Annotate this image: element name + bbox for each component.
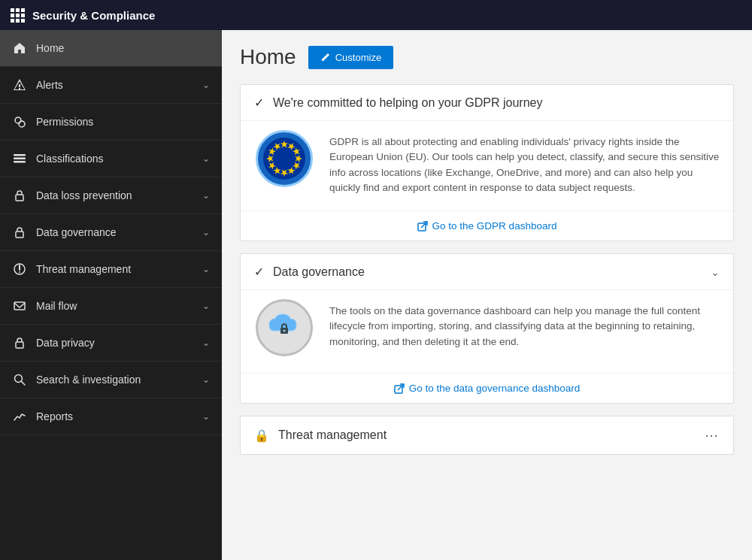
sidebar-item-threat-management[interactable]: Threat management ⌄	[0, 251, 222, 288]
sidebar-item-reports[interactable]: Reports ⌄	[0, 398, 222, 435]
more-options-icon[interactable]: ⋯	[705, 427, 720, 443]
main-layout: ‹ Home Alerts ⌄	[0, 30, 752, 560]
gdpr-dashboard-link[interactable]: Go to the GDPR dashboard	[241, 210, 733, 241]
svg-rect-12	[16, 342, 23, 348]
threat-management-card-header[interactable]: 🔒 Threat management ⋯	[241, 416, 733, 454]
chevron-down-icon: ⌄	[202, 190, 210, 201]
data-governance-dashboard-link[interactable]: Go to the data governance dashboard	[241, 373, 733, 403]
svg-line-14	[22, 382, 26, 386]
sidebar-item-mail-flow[interactable]: Mail flow ⌄	[0, 288, 222, 325]
check-icon: ✓	[254, 95, 264, 110]
chevron-down-icon: ⌄	[711, 266, 720, 278]
svg-rect-11	[14, 302, 25, 310]
sidebar-item-label: Classifications	[36, 153, 193, 165]
sidebar-item-label: Data privacy	[36, 337, 193, 349]
data-governance-card-header[interactable]: ✓ Data governance ⌄	[241, 254, 733, 289]
data-governance-icon	[12, 225, 27, 240]
svg-line-29	[421, 222, 427, 228]
gdpr-icon-area	[254, 129, 314, 189]
classifications-icon	[12, 151, 27, 166]
svg-point-3	[19, 121, 25, 127]
sidebar-item-alerts[interactable]: Alerts ⌄	[0, 67, 222, 104]
data-governance-card-text: The tools on the data governance dashboa…	[329, 298, 720, 350]
sidebar-item-label: Data loss prevention	[36, 189, 193, 201]
data-governance-icon	[256, 299, 313, 356]
svg-rect-6	[14, 161, 26, 163]
gdpr-link-text: Go to the GDPR dashboard	[432, 220, 557, 232]
sidebar: ‹ Home Alerts ⌄	[0, 30, 222, 560]
sidebar-item-label: Reports	[36, 410, 193, 422]
lock-icon: 🔒	[254, 428, 269, 443]
page-title: Home	[240, 45, 296, 69]
app-title: Security & Compliance	[32, 9, 155, 22]
mail-icon	[12, 298, 27, 313]
svg-rect-1	[19, 88, 20, 89]
sidebar-item-data-governance[interactable]: Data governance ⌄	[0, 214, 222, 251]
check-icon: ✓	[254, 265, 264, 279]
svg-rect-4	[14, 154, 26, 156]
content-area: Home Customize ✓ We're committed to help…	[222, 30, 752, 560]
sidebar-item-search-investigation[interactable]: Search & investigation ⌄	[0, 362, 222, 398]
data-governance-card: ✓ Data governance ⌄	[240, 253, 734, 404]
data-privacy-icon	[12, 335, 27, 350]
top-bar: Security & Compliance	[0, 0, 752, 30]
data-governance-card-title: Data governance	[273, 265, 702, 279]
sidebar-item-label: Home	[36, 42, 210, 54]
svg-rect-0	[19, 84, 20, 87]
sidebar-item-label: Mail flow	[36, 300, 193, 312]
svg-point-10	[19, 271, 20, 273]
chevron-down-icon: ⌄	[202, 264, 210, 274]
link-icon	[417, 221, 428, 232]
link-icon	[394, 383, 405, 394]
svg-line-36	[398, 384, 404, 390]
svg-rect-8	[16, 232, 23, 238]
page-header: Home Customize	[240, 45, 734, 69]
chevron-down-icon: ⌄	[202, 411, 210, 422]
svg-point-2	[15, 117, 21, 123]
reports-icon	[12, 409, 27, 424]
gdpr-card-text: GDPR is all about protecting and enablin…	[329, 129, 720, 195]
sidebar-item-label: Permissions	[36, 116, 210, 128]
svg-rect-7	[16, 195, 23, 201]
edit-icon	[320, 52, 331, 62]
chevron-down-icon: ⌄	[202, 153, 210, 164]
gdpr-card-body: GDPR is all about protecting and enablin…	[241, 120, 733, 210]
svg-rect-5	[14, 158, 26, 160]
app-grid-icon[interactable]	[11, 8, 25, 23]
sidebar-item-label: Alerts	[36, 79, 193, 91]
chevron-down-icon: ⌄	[202, 338, 210, 348]
data-governance-card-body: The tools on the data governance dashboa…	[241, 289, 733, 373]
customize-button[interactable]: Customize	[308, 46, 393, 69]
gdpr-card-title: We're committed to helping on your GDPR …	[273, 96, 720, 110]
alert-icon	[12, 77, 27, 92]
chevron-down-icon: ⌄	[202, 301, 210, 311]
sidebar-item-permissions[interactable]: Permissions	[0, 104, 222, 141]
sidebar-item-label: Data governance	[36, 226, 193, 238]
chevron-down-icon: ⌄	[202, 374, 210, 385]
sidebar-item-label: Threat management	[36, 263, 193, 275]
data-governance-icon-area	[254, 298, 314, 358]
lock-icon	[12, 188, 27, 203]
threat-management-card: 🔒 Threat management ⋯	[240, 416, 734, 455]
gdpr-card: ✓ We're committed to helping on your GDP…	[240, 84, 734, 241]
chevron-down-icon: ⌄	[202, 80, 210, 90]
sidebar-item-label: Search & investigation	[36, 374, 193, 386]
sidebar-item-data-loss-prevention[interactable]: Data loss prevention ⌄	[0, 177, 222, 214]
sidebar-item-data-privacy[interactable]: Data privacy ⌄	[0, 325, 222, 362]
data-governance-link-text: Go to the data governance dashboard	[409, 383, 580, 394]
sidebar-item-classifications[interactable]: Classifications ⌄	[0, 141, 222, 177]
search-icon	[12, 372, 27, 387]
gdpr-eu-icon	[256, 130, 313, 187]
svg-point-34	[284, 330, 286, 332]
home-icon	[12, 41, 27, 56]
gdpr-card-header[interactable]: ✓ We're committed to helping on your GDP…	[241, 85, 733, 120]
sidebar-item-home[interactable]: Home	[0, 30, 222, 67]
chevron-down-icon: ⌄	[202, 227, 210, 238]
threat-management-card-title: Threat management	[278, 428, 696, 442]
permissions-icon	[12, 114, 27, 129]
threat-icon	[12, 262, 27, 277]
